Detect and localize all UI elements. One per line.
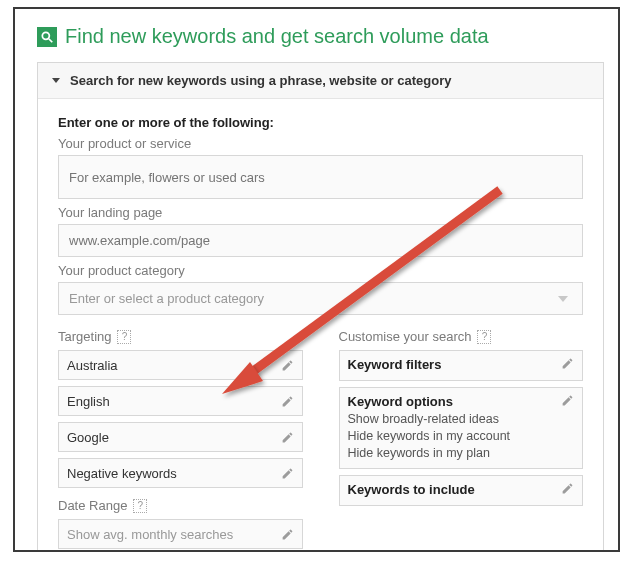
date-range-item[interactable]: Show avg. monthly searches: [58, 519, 303, 549]
page-title: Find new keywords and get search volume …: [37, 25, 604, 48]
targeting-network[interactable]: Google: [58, 422, 303, 452]
category-select[interactable]: Enter or select a product category: [58, 282, 583, 315]
landing-input[interactable]: [58, 224, 583, 257]
product-label: Your product or service: [58, 136, 583, 151]
help-icon[interactable]: ?: [133, 499, 147, 513]
pencil-icon: [281, 359, 294, 372]
keyword-filters-card[interactable]: Keyword filters: [339, 350, 584, 381]
pencil-icon: [281, 431, 294, 444]
pencil-icon: [561, 482, 574, 495]
pencil-icon: [281, 395, 294, 408]
help-icon[interactable]: ?: [477, 330, 491, 344]
pencil-icon: [281, 528, 294, 541]
help-icon[interactable]: ?: [117, 330, 131, 344]
lead-text: Enter one or more of the following:: [58, 115, 583, 130]
panel-header-text: Search for new keywords using a phrase, …: [70, 73, 451, 88]
pencil-icon: [561, 394, 574, 407]
keyword-options-card[interactable]: Keyword options Show broadly-related ide…: [339, 387, 584, 469]
targeting-language[interactable]: English: [58, 386, 303, 416]
search-icon: [37, 27, 57, 47]
category-placeholder: Enter or select a product category: [69, 291, 264, 306]
product-input[interactable]: [58, 155, 583, 199]
panel-header[interactable]: Search for new keywords using a phrase, …: [38, 63, 603, 99]
date-range-label: Date Range ?: [58, 498, 303, 513]
page-title-text: Find new keywords and get search volume …: [65, 25, 489, 48]
search-panel: Search for new keywords using a phrase, …: [37, 62, 604, 552]
keywords-to-include-card[interactable]: Keywords to include: [339, 475, 584, 506]
pencil-icon: [561, 357, 574, 370]
caret-down-icon: [52, 78, 60, 83]
landing-label: Your landing page: [58, 205, 583, 220]
svg-line-1: [49, 38, 53, 42]
customise-label: Customise your search ?: [339, 329, 584, 344]
pencil-icon: [281, 467, 294, 480]
category-label: Your product category: [58, 263, 583, 278]
targeting-location[interactable]: Australia: [58, 350, 303, 380]
targeting-negative-keywords[interactable]: Negative keywords: [58, 458, 303, 488]
svg-point-0: [42, 32, 49, 39]
targeting-label: Targeting ?: [58, 329, 303, 344]
chevron-down-icon: [558, 296, 568, 302]
